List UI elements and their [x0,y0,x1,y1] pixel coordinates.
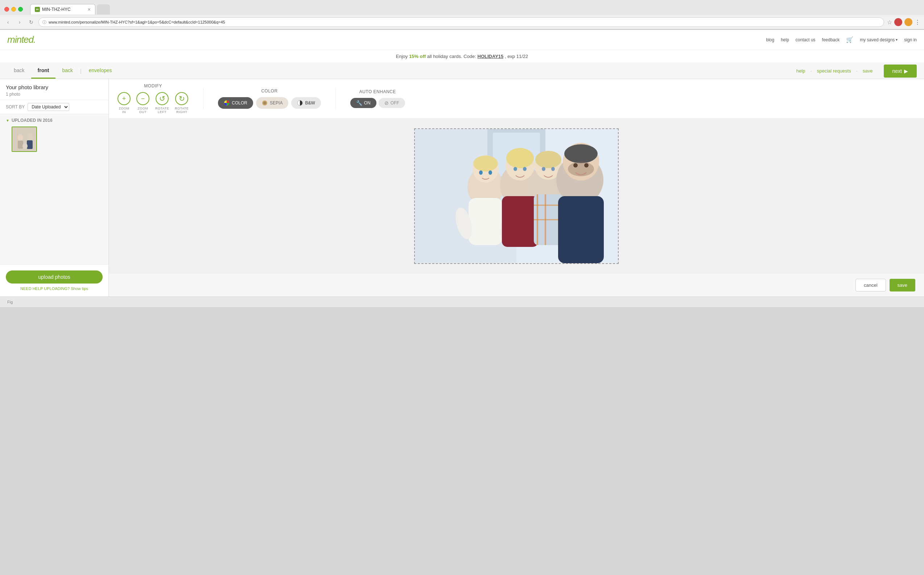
bottom-text: Fig [7,300,13,304]
sepia-swatch-icon [262,100,268,106]
modify-label: MODIFY [144,83,162,89]
maximize-window-button[interactable] [18,7,23,12]
url-text: www.minted.com/personalize/MIN-THZ-HYC?s… [49,20,880,24]
rotate-right-button[interactable]: ↻ ROTATERIGHT [175,92,189,114]
tab-envelopes[interactable]: envelopes [82,63,119,79]
cart-icon[interactable]: 🛒 [846,36,853,43]
tab-bar: m MIN-THZ-HYC × [30,4,110,14]
promo-prefix: Enjoy [396,54,409,59]
color-option-color[interactable]: COLOR [218,97,253,109]
svg-rect-4 [27,140,33,149]
sidebar-title: Your photo library [6,84,103,90]
security-icon: ⓘ [43,19,46,25]
tab-separator: | [80,68,82,74]
color-option-bw-label: B&W [305,100,315,105]
nav-signin[interactable]: sign in [904,37,917,43]
site-header: minted. blog help contact us feedback 🛒 … [0,30,924,50]
enhance-off-button[interactable]: ⊘ OFF [379,98,405,108]
cancel-button[interactable]: cancel [856,279,886,291]
forward-navigation-button[interactable]: › [15,18,24,27]
enhance-on-label: ON [364,100,371,105]
color-option-color-label: COLOR [232,100,247,105]
color-option-sepia[interactable]: SEPIA [256,97,288,109]
reload-button[interactable]: ↻ [27,18,35,27]
next-button[interactable]: next ▶ [884,65,917,78]
svg-rect-19 [469,198,503,245]
nav-feedback[interactable]: feedback [822,37,840,43]
rotate-left-label: ROTATELEFT [155,106,169,114]
sort-select[interactable]: Date Uploaded [27,103,69,111]
svg-point-45 [573,163,578,167]
tab-front[interactable]: front [31,63,56,79]
site-logo[interactable]: minted. [7,34,35,45]
url-bar[interactable]: ⓘ www.minted.com/personalize/MIN-THZ-HYC… [38,17,884,27]
rotate-left-button[interactable]: ↺ ROTATELEFT [155,92,169,114]
profile-icon[interactable] [894,18,902,26]
zoom-in-label: ZOOMIN [119,106,129,114]
bw-swatch-icon [297,100,303,106]
enhance-off-icon: ⊘ [384,100,389,106]
uploaded-year-header[interactable]: ▼ UPLOADED IN 2016 [6,118,103,123]
svg-point-1 [17,134,23,141]
photo-thumbnail[interactable] [12,127,37,152]
main-content: Your photo library 1 photo SORT BY Date … [0,79,924,297]
svg-point-28 [535,151,561,168]
svg-point-44 [551,167,555,171]
editor-toolbar: MODIFY + ZOOMIN − ZOOMOUT ↺ ROTATELEFT [109,79,924,119]
saved-designs-dropdown[interactable]: my saved designs ▾ [860,37,897,43]
saved-designs-label[interactable]: my saved designs [860,37,895,43]
browser-titlebar: m MIN-THZ-HYC × [0,0,924,15]
show-tips-link[interactable]: Show tips [71,286,88,291]
photo-canvas [109,119,924,273]
rotate-right-icon: ↻ [175,92,188,105]
uploaded-section: ▼ UPLOADED IN 2016 [0,114,108,156]
extensions-icon[interactable] [905,18,912,26]
svg-point-5 [22,143,27,149]
upload-photos-button[interactable]: upload photos [6,270,103,284]
tab-special-requests-link[interactable]: special requests [817,68,851,74]
back-navigation-button[interactable]: ‹ [4,18,12,27]
new-tab-button[interactable] [97,4,110,14]
tab-title: MIN-THZ-HYC [42,7,71,12]
svg-point-43 [542,167,545,171]
color-option-bw[interactable]: B&W [291,97,321,109]
browser-menu-icon[interactable]: ⋮ [914,19,920,26]
enhance-on-button[interactable]: 🔧 ON [350,98,377,108]
tab-actions: help - special requests - save next ▶ [796,65,917,78]
tab-back[interactable]: back [56,63,80,79]
tab-save-link[interactable]: save [863,68,873,74]
svg-point-18 [473,156,498,172]
family-photo-svg [415,129,618,263]
svg-point-8 [263,102,266,105]
enhance-on-icon: 🔧 [356,100,362,106]
svg-point-46 [584,163,588,167]
browser-tab-active[interactable]: m MIN-THZ-HYC × [30,4,95,14]
sort-by-label: SORT BY [6,105,25,110]
color-swatch-icon [224,100,229,106]
tab-back-btn[interactable]: back [7,63,31,79]
svg-point-24 [506,148,534,168]
editor-footer: cancel save [109,273,924,297]
nav-blog[interactable]: blog [766,37,774,43]
minimize-window-button[interactable] [11,7,16,12]
nav-contact[interactable]: contact us [796,37,816,43]
bookmark-icon[interactable]: ☆ [887,19,892,26]
tab-help-link[interactable]: help [796,68,805,74]
close-window-button[interactable] [4,7,9,12]
color-label: COLOR [261,89,277,94]
enhance-section: AUTO ENHANCE 🔧 ON ⊘ OFF [350,89,405,108]
upload-help: NEED HELP UPLOADING? Show tips [6,286,103,291]
promo-code: HOLIDAY15 [477,54,504,59]
color-options: COLOR SEPIA [218,97,321,109]
nav-help[interactable]: help [781,37,789,43]
next-button-label: next [892,68,902,74]
photo-grid [6,127,103,152]
zoom-out-button[interactable]: − ZOOMOUT [136,92,149,114]
family-photo[interactable] [415,129,618,263]
zoom-in-button[interactable]: + ZOOMIN [118,92,130,114]
photo-library-sidebar: Your photo library 1 photo SORT BY Date … [0,79,109,297]
save-button[interactable]: save [889,279,915,291]
tab-close-button[interactable]: × [88,6,91,12]
zoom-out-icon: − [136,92,149,105]
enhance-options: 🔧 ON ⊘ OFF [350,98,405,108]
